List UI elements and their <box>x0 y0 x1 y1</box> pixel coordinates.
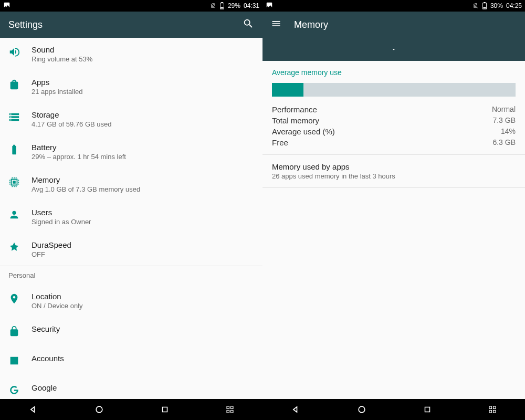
settings-screen: 29% 04:31 Settings SoundRing volume at 5… <box>0 0 262 420</box>
users-icon <box>8 208 32 223</box>
item-sub: Avg 1.0 GB of 7.3 GB memory used <box>32 185 254 193</box>
settings-item-google[interactable]: Google <box>0 376 262 399</box>
svg-rect-2 <box>220 7 223 9</box>
settings-item-battery[interactable]: Battery29% – approx. 1 hr 54 mins left <box>0 135 262 168</box>
stat-label: Free <box>272 138 288 147</box>
sound-icon <box>8 45 32 60</box>
item-sub: Signed in as Owner <box>32 218 254 226</box>
duraspeed-icon <box>8 240 32 255</box>
item-title: Users <box>32 208 254 217</box>
search-icon[interactable] <box>243 18 254 32</box>
location-icon <box>8 292 32 307</box>
back-button[interactable] <box>290 404 301 415</box>
stat-value: 6.3 GB <box>492 138 516 147</box>
memory-by-apps-sub: 26 apps used memory in the last 3 hours <box>272 172 516 180</box>
item-title: Storage <box>32 110 254 119</box>
screenshot-button[interactable] <box>225 405 235 414</box>
home-button[interactable] <box>356 404 367 415</box>
item-title: Apps <box>32 78 254 87</box>
stat-value: 7.3 GB <box>492 116 516 125</box>
battery-percent: 30% <box>490 2 503 9</box>
stat-label: Performance <box>272 105 317 114</box>
screenshot-button[interactable] <box>488 405 497 414</box>
item-sub: OFF <box>32 250 254 258</box>
settings-item-duraspeed[interactable]: DuraSpeedOFF <box>0 233 262 266</box>
item-sub: Ring volume at 53% <box>32 55 254 63</box>
item-title: Security <box>32 324 254 333</box>
stat-label: Average used (%) <box>272 127 335 136</box>
no-sim-icon <box>210 3 216 9</box>
home-button[interactable] <box>94 404 104 415</box>
memory-screen: 30% 04:25 Memory Average memory use Perf… <box>262 0 525 420</box>
svg-rect-15 <box>494 406 496 409</box>
svg-rect-7 <box>227 411 229 413</box>
item-sub: 29% – approx. 1 hr 54 mins left <box>32 153 254 161</box>
notification-icon <box>3 2 10 9</box>
status-bar: 30% 04:25 <box>262 0 525 12</box>
time-range-dropdown[interactable] <box>262 38 525 61</box>
svg-rect-1 <box>221 2 223 3</box>
item-title: Sound <box>32 45 254 54</box>
storage-icon <box>8 110 32 125</box>
recent-button[interactable] <box>423 405 432 414</box>
item-sub: ON / Device only <box>32 302 254 310</box>
memory-usage-fill <box>272 83 303 97</box>
svg-point-12 <box>359 406 365 413</box>
settings-item-memory[interactable]: MemoryAvg 1.0 GB of 7.3 GB memory used <box>0 168 262 201</box>
recent-button[interactable] <box>160 405 170 414</box>
memory-by-apps-title: Memory used by apps <box>272 162 516 171</box>
memory-usage-bar <box>272 83 516 97</box>
nav-bar <box>262 399 525 420</box>
settings-item-sound[interactable]: SoundRing volume at 53% <box>0 38 262 70</box>
back-button[interactable] <box>28 404 38 415</box>
battery-icon <box>219 2 225 9</box>
status-bar: 29% 04:31 <box>0 0 262 12</box>
stat-value: 14% <box>501 127 516 136</box>
settings-appbar: Settings <box>0 12 262 38</box>
svg-rect-5 <box>227 406 229 409</box>
memory-by-apps-item[interactable]: Memory used by apps 26 apps used memory … <box>262 155 525 187</box>
svg-rect-10 <box>484 2 486 3</box>
notification-icon <box>266 2 273 9</box>
no-sim-icon <box>472 3 479 9</box>
settings-list: SoundRing volume at 53%Apps21 apps insta… <box>0 38 262 399</box>
accounts-icon <box>8 354 32 369</box>
memory-stat-row: Average used (%)14% <box>272 126 516 137</box>
battery-icon <box>482 2 487 9</box>
memory-stat-row: Total memory7.3 GB <box>272 115 516 126</box>
chevron-down-icon <box>391 46 397 52</box>
memory-stats: PerformanceNormalTotal memory7.3 GBAvera… <box>262 103 525 154</box>
item-title: Location <box>32 292 254 301</box>
settings-item-security[interactable]: Security <box>0 317 262 346</box>
google-icon <box>8 383 32 398</box>
settings-item-storage[interactable]: Storage4.17 GB of 59.76 GB used <box>0 103 262 135</box>
svg-rect-16 <box>489 411 492 413</box>
apps-icon <box>8 78 32 92</box>
stat-value: Normal <box>492 105 516 114</box>
personal-section-label: Personal <box>0 266 262 285</box>
app-title: Memory <box>294 19 328 30</box>
settings-item-accounts[interactable]: Accounts <box>0 346 262 376</box>
svg-point-3 <box>96 406 102 413</box>
svg-rect-6 <box>231 406 234 409</box>
clock-text: 04:31 <box>244 2 259 9</box>
memory-stat-row: PerformanceNormal <box>272 104 516 115</box>
stat-label: Total memory <box>272 116 319 125</box>
avg-memory-header: Average memory use <box>262 61 525 83</box>
svg-rect-13 <box>425 407 430 412</box>
item-title: Battery <box>32 143 254 152</box>
menu-icon[interactable] <box>271 18 281 31</box>
memory-appbar: Memory <box>262 12 525 38</box>
item-title: Google <box>32 383 254 392</box>
item-sub: 21 apps installed <box>32 88 254 96</box>
app-title: Settings <box>8 19 43 30</box>
battery-percent: 29% <box>228 2 240 9</box>
svg-rect-17 <box>494 411 496 413</box>
settings-item-users[interactable]: UsersSigned in as Owner <box>0 201 262 233</box>
security-icon <box>8 324 32 339</box>
clock-text: 04:25 <box>506 2 522 9</box>
svg-rect-8 <box>231 411 234 413</box>
settings-item-apps[interactable]: Apps21 apps installed <box>0 70 262 103</box>
memory-icon <box>8 175 32 190</box>
settings-item-location[interactable]: LocationON / Device only <box>0 285 262 317</box>
